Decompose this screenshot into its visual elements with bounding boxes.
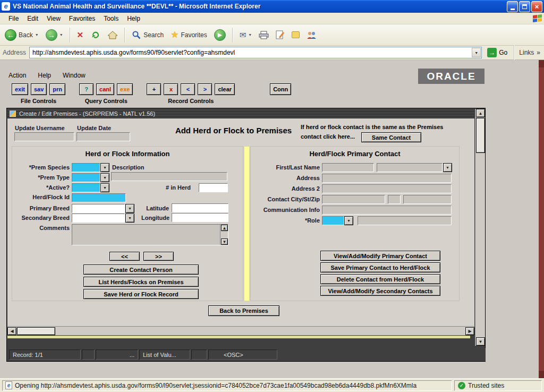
prem-type-dropdown-icon[interactable]: ▼ [100,173,109,182]
create-contact-person-button[interactable]: Create Contact Person [83,265,199,275]
media-button[interactable]: ▶ [212,28,227,42]
prem-species-field[interactable] [72,163,100,172]
view-primary-contact-button[interactable]: View/Add/Modify Primary Contact [320,251,440,261]
exit-button[interactable]: exit [12,83,28,95]
contact-zip-field[interactable] [403,195,452,204]
contact-address-field[interactable] [322,174,452,183]
back-to-premises-button[interactable]: Back to Premises [208,305,279,316]
close-button[interactable]: × [531,1,542,12]
update-date-field[interactable] [76,132,130,141]
mail-dropdown-icon[interactable]: ▼ [248,33,252,37]
conn-button[interactable]: Conn [270,83,291,95]
save-herd-record-button[interactable]: Save Herd or Flock Record [83,289,199,299]
record-clear-button[interactable]: clear [215,83,235,95]
view-secondary-contacts-button[interactable]: View/Add/Modify Secondary Contacts [320,286,440,296]
next-record-button[interactable]: >> [143,252,174,261]
latitude-field[interactable] [172,203,228,212]
print-form-button[interactable]: prn [49,83,65,95]
name-dropdown-icon[interactable]: ▼ [443,163,452,172]
home-button[interactable] [106,29,120,41]
maximize-button[interactable] [519,1,530,12]
vertical-scroll-thumb[interactable] [476,118,485,153]
previous-record-button[interactable]: << [109,252,140,261]
back-button[interactable]: ← Back ▼ [3,28,40,42]
menu-tools[interactable]: Tools [99,13,123,24]
back-dropdown-icon[interactable]: ▼ [35,33,39,37]
query-execute-button[interactable]: exe [117,83,133,95]
contact-state-field[interactable] [388,195,401,204]
horizontal-scroll-thumb[interactable] [17,327,55,335]
last-name-field[interactable] [377,163,443,172]
role-description-field[interactable] [358,216,452,225]
address-dropdown-icon[interactable]: ▼ [472,48,481,57]
delete-contact-button[interactable]: Delete Contact from Herd/Flock [320,274,440,284]
menu-file[interactable]: File [4,13,23,24]
prem-species-dropdown-icon[interactable]: ▼ [100,163,109,172]
page-scrollbar[interactable] [539,60,544,378]
discuss-button[interactable] [305,30,318,40]
form-window-titlebar[interactable]: Create / Edit Premises - (SCRPREMS - NAT… [7,109,474,118]
oracle-menu-window[interactable]: Window [63,72,86,79]
query-enter-button[interactable]: ? [79,83,94,95]
messenger-button[interactable] [290,30,301,39]
prem-type-field[interactable] [72,173,100,182]
menu-help[interactable]: Help [123,13,144,24]
primary-breed-field[interactable] [72,204,125,213]
form-vertical-scrollbar[interactable]: ▲ ▼ [475,109,485,346]
edit-button[interactable] [274,29,286,41]
save-primary-contact-button[interactable]: Save Primary Contact to Herd/Flock [320,262,440,272]
contact-address2-field[interactable] [322,184,452,193]
secondary-breed-field[interactable] [72,214,125,223]
scroll-up-icon[interactable]: ▲ [476,109,485,117]
oracle-menu-help[interactable]: Help [38,72,51,79]
longitude-field[interactable] [172,213,228,222]
forward-button[interactable]: → ▼ [44,28,65,42]
primary-breed-dropdown-icon[interactable]: ▼ [125,204,134,213]
links-button[interactable]: Links » [519,49,541,56]
first-last-name-label: First/Last Name [251,164,320,171]
herd-flock-id-field[interactable] [72,193,126,202]
contact-city-field[interactable] [322,195,385,204]
record-previous-button[interactable]: < [181,83,195,95]
scroll-down-icon[interactable]: ▼ [476,337,485,346]
query-cancel-button[interactable]: canl [96,83,114,95]
scroll-right-icon[interactable]: ▶ [465,327,474,335]
minimize-button[interactable] [507,1,518,12]
forward-dropdown-icon[interactable]: ▼ [60,33,63,37]
menu-favorites[interactable]: Favorites [65,13,99,24]
comments-scroll-down-icon[interactable]: ▼ [221,238,228,245]
save-button[interactable]: sav [31,83,47,95]
list-herds-flocks-button[interactable]: List Herds/Flocks on Premises [83,277,199,287]
stop-button[interactable]: ✕ [75,29,86,41]
comments-scrollbar[interactable]: ▲ ▼ [220,225,228,245]
mail-button[interactable]: ✉ ▼ [238,29,254,41]
favorites-button[interactable]: ★ Favorites [169,28,209,41]
communication-info-field[interactable] [322,206,452,215]
description-field[interactable] [111,172,227,181]
record-next-button[interactable]: > [198,83,212,95]
same-contact-button[interactable]: Same Contact [361,132,421,142]
address-input[interactable]: http://ahsmdevtest.aphis.usda.gov/forms9… [29,47,482,58]
record-add-button[interactable]: + [147,83,161,95]
comments-field[interactable]: ▲ ▼ [72,224,228,245]
print-button[interactable] [257,30,270,40]
menu-edit[interactable]: Edit [23,13,42,24]
forward-icon: → [46,29,57,41]
first-name-field[interactable] [322,163,374,172]
oracle-menu-action[interactable]: Action [8,72,26,79]
secondary-breed-dropdown-icon[interactable]: ▼ [125,214,134,223]
scroll-left-icon[interactable]: ◀ [7,327,16,335]
active-dropdown-icon[interactable]: ▼ [100,183,109,192]
update-username-field[interactable] [14,132,74,141]
comments-scroll-up-icon[interactable]: ▲ [221,225,228,231]
record-delete-button[interactable]: x [164,83,178,95]
form-horizontal-scrollbar[interactable]: ◀ ▶ [7,326,474,335]
go-button[interactable]: → Go [485,47,509,58]
menu-view[interactable]: View [42,13,65,24]
search-button[interactable]: Search [130,29,165,41]
role-field[interactable] [322,216,344,225]
in-herd-field[interactable] [199,183,228,192]
refresh-button[interactable] [89,29,102,41]
role-dropdown-icon[interactable]: ▼ [344,216,353,225]
active-field[interactable] [72,183,100,192]
